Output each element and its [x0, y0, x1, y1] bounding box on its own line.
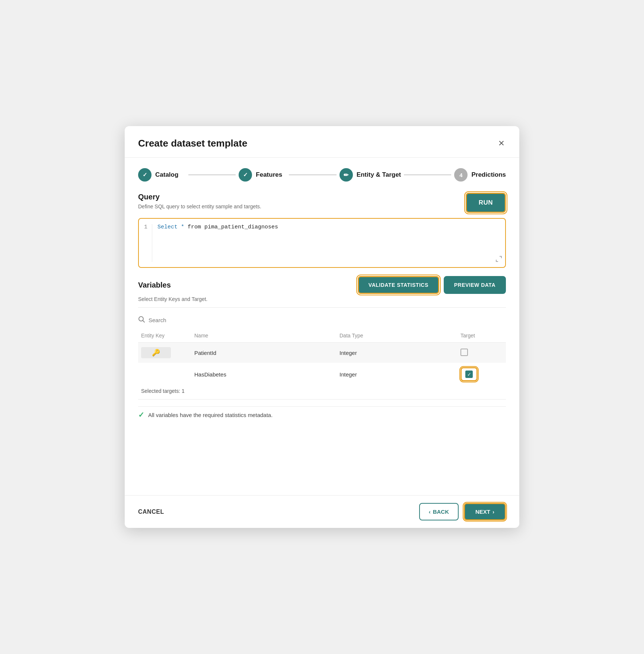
step-entity-target: ✏ Entity & Target: [339, 168, 401, 182]
step-line-1: [188, 174, 236, 175]
th-datatype: Data Type: [337, 329, 458, 343]
step-label-catalog: Catalog: [155, 171, 178, 179]
search-input[interactable]: [149, 317, 506, 323]
sql-editor-wrapper: 1 Select * from pima_patient_diagnoses: [138, 218, 506, 268]
step-symbol-features: ✓: [243, 171, 248, 178]
run-button[interactable]: RUN: [466, 193, 506, 213]
variables-description: Select Entity Keys and Target.: [138, 296, 506, 302]
expand-icon[interactable]: [495, 256, 502, 264]
step-symbol-catalog: ✓: [143, 171, 147, 178]
variables-label: Variables: [138, 281, 171, 289]
target-checkbox-highlight[interactable]: ✓: [460, 367, 478, 381]
divider-1: [138, 307, 506, 308]
sql-editor: 1 Select * from pima_patient_diagnoses: [139, 219, 505, 267]
modal-footer: CANCEL ‹ BACK NEXT ›: [125, 495, 519, 528]
sql-keyword: Select: [157, 224, 181, 230]
step-label-features: Features: [256, 171, 282, 179]
validation-check-icon: ✓: [138, 410, 144, 419]
sql-line-numbers: 1: [139, 224, 152, 262]
target-checkbox-2[interactable]: ✓: [465, 371, 473, 378]
target-cell-2[interactable]: ✓: [458, 363, 506, 386]
datatype-cell-2: Integer: [337, 363, 458, 386]
stepper: ✓ Catalog ✓ Features ✏ Entity & Target 4…: [125, 158, 519, 189]
table-row: HasDiabetes Integer ✓: [138, 363, 506, 386]
search-icon: [138, 316, 145, 324]
validate-statistics-button[interactable]: VALIDATE STATISTICS: [358, 276, 439, 294]
step-circle-catalog: ✓: [138, 168, 152, 182]
back-chevron-icon: ‹: [429, 509, 431, 515]
variables-table: Entity Key Name Data Type Target: [138, 329, 506, 386]
name-cell-2: HasDiabetes: [191, 363, 337, 386]
selected-targets: Selected targets: 1: [138, 388, 506, 394]
query-label: Query: [138, 193, 261, 201]
modal-header: Create dataset template ×: [125, 126, 519, 158]
step-predictions: 4 Predictions: [454, 168, 506, 182]
entity-key-cell-1: 🔑: [138, 343, 191, 363]
sql-line-number: 1: [143, 224, 147, 230]
button-group: VALIDATE STATISTICS PREVIEW DATA: [358, 276, 506, 294]
name-cell-1: PatientId: [191, 343, 337, 363]
divider-2: [138, 399, 506, 400]
key-icon: 🔑: [152, 349, 160, 357]
next-button[interactable]: NEXT ›: [464, 503, 506, 520]
validation-text: All variables have the required statisti…: [148, 412, 272, 418]
table-row: 🔑 PatientId Integer: [138, 343, 506, 363]
step-circle-entity-target: ✏: [339, 168, 353, 182]
modal: Create dataset template × ✓ Catalog ✓ Fe…: [125, 126, 519, 528]
datatype-cell-1: Integer: [337, 343, 458, 363]
step-label-entity-target: Entity & Target: [357, 171, 401, 179]
sql-code-area[interactable]: Select * from pima_patient_diagnoses: [152, 224, 505, 262]
step-label-predictions: Predictions: [471, 171, 506, 179]
preview-data-button[interactable]: PREVIEW DATA: [444, 276, 506, 294]
sql-operator: *: [181, 224, 188, 230]
modal-body: Query Define SQL query to select entity …: [125, 189, 519, 495]
step-line-3: [404, 174, 451, 175]
target-cell-1[interactable]: [458, 343, 506, 363]
step-catalog: ✓ Catalog: [138, 168, 185, 182]
query-description: Define SQL query to select entity sample…: [138, 203, 261, 209]
step-circle-features: ✓: [239, 168, 252, 182]
target-checkbox-1[interactable]: [460, 349, 468, 356]
next-chevron-icon: ›: [492, 509, 494, 515]
modal-title: Create dataset template: [138, 138, 247, 149]
step-symbol-entity-target: ✏: [344, 171, 348, 179]
search-bar: [138, 313, 506, 327]
variables-info: Variables: [138, 281, 171, 289]
th-entity-key: Entity Key: [138, 329, 191, 343]
th-target: Target: [458, 329, 506, 343]
close-button[interactable]: ×: [497, 137, 506, 150]
step-features: ✓ Features: [239, 168, 286, 182]
cancel-button[interactable]: CANCEL: [138, 509, 164, 515]
sql-table: from pima_patient_diagnoses: [188, 224, 278, 230]
entity-key-cell-2: [138, 363, 191, 386]
svg-line-1: [143, 321, 144, 322]
query-info: Query Define SQL query to select entity …: [138, 193, 261, 209]
query-section: Query Define SQL query to select entity …: [138, 193, 506, 213]
step-line-2: [289, 174, 336, 175]
variables-header: Variables VALIDATE STATISTICS PREVIEW DA…: [138, 276, 506, 294]
back-button[interactable]: ‹ BACK: [419, 503, 459, 520]
th-name: Name: [191, 329, 337, 343]
step-symbol-predictions: 4: [459, 172, 462, 178]
entity-key-badge: 🔑: [141, 347, 171, 358]
validation-row: ✓ All variables have the required statis…: [138, 406, 506, 419]
footer-right: ‹ BACK NEXT ›: [419, 503, 506, 520]
step-circle-predictions: 4: [454, 168, 468, 182]
svg-point-0: [139, 317, 143, 321]
